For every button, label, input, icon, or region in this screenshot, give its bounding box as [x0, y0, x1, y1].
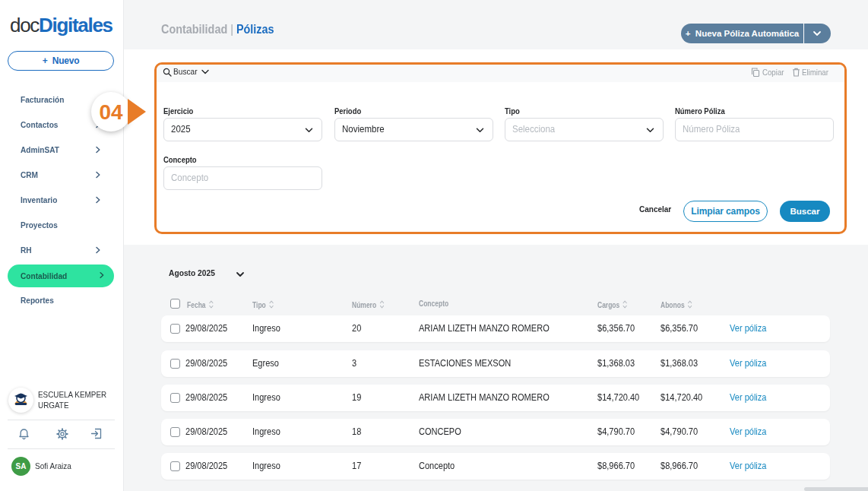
svg-text:04: 04: [99, 100, 123, 124]
